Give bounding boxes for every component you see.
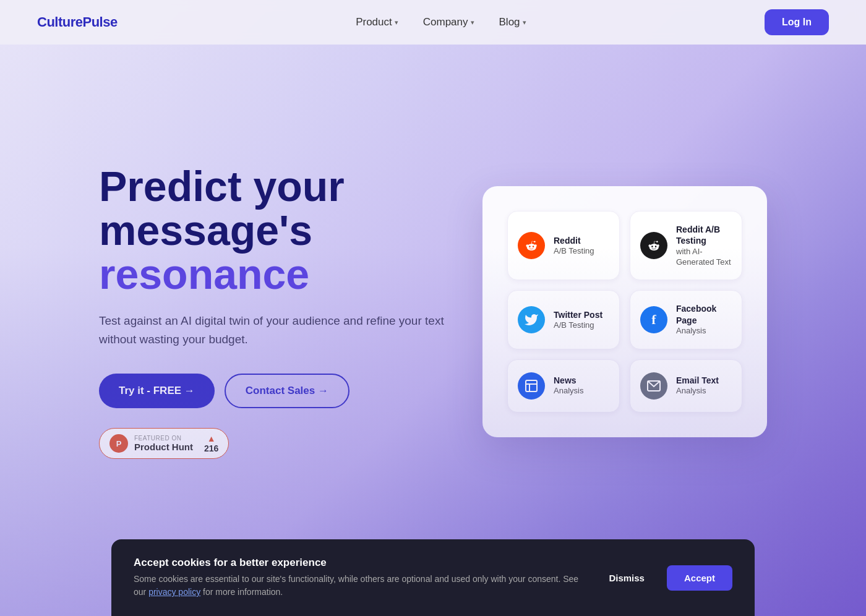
twitter-icon	[518, 306, 545, 333]
logo: CulturePulse	[37, 14, 118, 30]
facebook-icon: f	[640, 306, 667, 333]
cookie-buttons: Dismiss Accept	[594, 565, 732, 591]
feature-reddit-ab[interactable]: Reddit A/B Testing	[507, 211, 620, 280]
feature-email[interactable]: Email Text Analysis	[630, 359, 742, 413]
news-icon	[518, 372, 545, 400]
chevron-down-icon: ▾	[471, 19, 474, 27]
hero-section: Predict your message's resonance Test ag…	[0, 0, 866, 616]
chevron-down-icon: ▾	[523, 19, 526, 27]
product-hunt-badge[interactable]: P FEATURED ON Product Hunt ▲ 216	[99, 428, 229, 459]
nav-links: Product ▾ Company ▾ Blog ▾	[356, 16, 526, 28]
nav-company[interactable]: Company ▾	[423, 16, 474, 28]
nav-product[interactable]: Product ▾	[356, 16, 398, 28]
upvote-arrow-icon: ▲	[207, 434, 216, 443]
chevron-down-icon: ▾	[395, 19, 398, 27]
cookie-title: Accept cookies for a better experience	[134, 557, 579, 569]
cookie-description: Some cookies are essential to our site's…	[134, 573, 579, 599]
hero-subtitle: Test against an AI digital twin of your …	[99, 312, 445, 349]
login-button[interactable]: Log In	[765, 9, 829, 35]
contact-sales-button[interactable]: Contact Sales →	[225, 374, 349, 408]
try-free-button[interactable]: Try it - FREE →	[99, 374, 215, 408]
reddit-icon	[518, 232, 545, 259]
nav-blog[interactable]: Blog ▾	[499, 16, 526, 28]
feature-facebook[interactable]: f Facebook Page Analysis	[630, 290, 742, 349]
accept-button[interactable]: Accept	[667, 565, 732, 591]
product-hunt-icon: P	[109, 434, 128, 453]
hero-cta-group: Try it - FREE → Contact Sales →	[99, 374, 445, 408]
feature-card: Reddit A/B Testing Reddit A/B Testing	[482, 186, 767, 437]
feature-twitter-ab[interactable]: Twitter Post A/B Testing	[507, 290, 620, 349]
reddit-dark-icon	[640, 232, 667, 259]
privacy-policy-link[interactable]: privacy policy	[148, 587, 200, 597]
svg-rect-2	[526, 380, 537, 391]
hero-title: Predict your message's resonance	[99, 165, 445, 297]
hero-left: Predict your message's resonance Test ag…	[99, 165, 445, 460]
feature-news[interactable]: News Analysis	[507, 359, 620, 413]
feature-reddit-ai[interactable]: Reddit A/B Testing with AI-Generated Tex…	[630, 211, 742, 280]
navbar: CulturePulse Product ▾ Company ▾ Blog ▾ …	[0, 0, 866, 45]
cookie-banner: Accept cookies for a better experience S…	[111, 539, 755, 616]
hero-right: Reddit A/B Testing Reddit A/B Testing	[482, 186, 767, 437]
email-icon	[640, 372, 667, 400]
dismiss-button[interactable]: Dismiss	[594, 565, 659, 591]
